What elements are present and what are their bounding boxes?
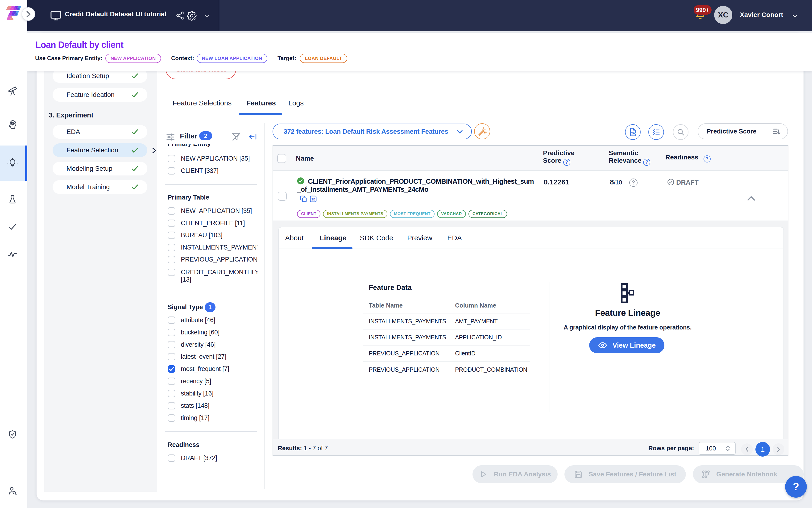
svg-text:CSV: CSV [630, 132, 636, 135]
svg-text:ID: ID [311, 198, 315, 201]
